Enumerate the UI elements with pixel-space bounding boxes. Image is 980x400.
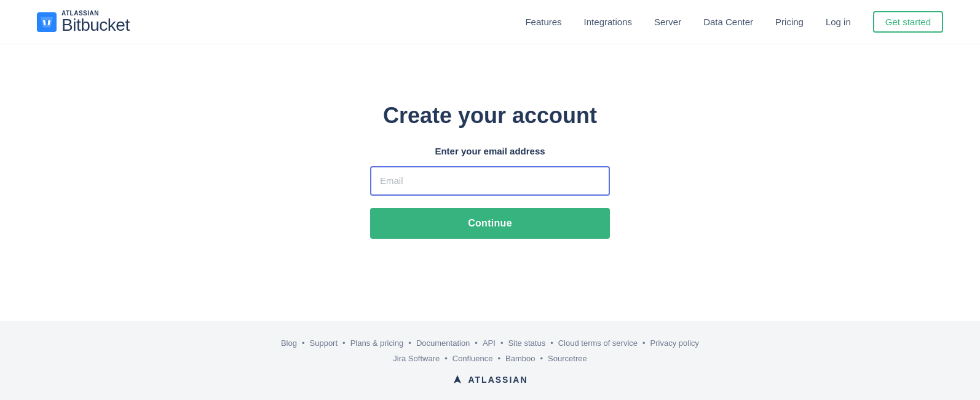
footer-dot-p1: •: [445, 354, 448, 363]
bitbucket-label: Bitbucket: [61, 17, 130, 34]
nav-pricing[interactable]: Pricing: [775, 17, 804, 27]
nav-data-center[interactable]: Data Center: [703, 17, 753, 27]
email-label: Enter your email address: [435, 146, 545, 156]
nav-log-in[interactable]: Log in: [826, 17, 851, 27]
footer-link-plans[interactable]: Plans & pricing: [350, 338, 404, 348]
logo-link[interactable]: ATLASSIAN Bitbucket: [37, 10, 130, 34]
footer-dot-6: •: [550, 338, 553, 348]
svg-marker-1: [454, 375, 461, 384]
nav-features[interactable]: Features: [525, 17, 561, 27]
footer-link-jira[interactable]: Jira Software: [393, 354, 440, 363]
bitbucket-logo-icon: [37, 12, 57, 32]
site-footer: Blog • Support • Plans & pricing • Docum…: [0, 321, 980, 400]
get-started-button[interactable]: Get started: [873, 11, 943, 33]
footer-link-blog[interactable]: Blog: [281, 338, 297, 348]
main-content: Create your account Enter your email add…: [0, 44, 980, 321]
footer-dot-5: •: [500, 338, 504, 348]
logo-text: ATLASSIAN Bitbucket: [61, 10, 130, 34]
footer-link-status[interactable]: Site status: [508, 338, 545, 348]
footer-link-sourcetree[interactable]: Sourcetree: [548, 354, 587, 363]
footer-link-api[interactable]: API: [483, 338, 496, 348]
footer-link-privacy[interactable]: Privacy policy: [650, 338, 699, 348]
footer-dot-2: •: [342, 338, 346, 348]
main-nav: Features Integrations Server Data Center…: [525, 11, 943, 33]
atlassian-brand: ATLASSIAN: [12, 374, 968, 385]
footer-link-docs[interactable]: Documentation: [416, 338, 470, 348]
footer-products-row: Jira Software • Confluence • Bamboo • So…: [12, 354, 968, 363]
footer-dot-p2: •: [498, 354, 501, 363]
footer-dot-p3: •: [540, 354, 543, 363]
continue-button[interactable]: Continue: [370, 208, 610, 239]
footer-link-confluence[interactable]: Confluence: [452, 354, 493, 363]
footer-link-terms[interactable]: Cloud terms of service: [558, 338, 638, 348]
footer-dot-7: •: [642, 338, 646, 348]
footer-dot-1: •: [302, 338, 305, 348]
footer-link-bamboo[interactable]: Bamboo: [505, 354, 535, 363]
footer-dot-3: •: [408, 338, 411, 348]
atlassian-brand-icon: [452, 374, 463, 385]
page-title: Create your account: [383, 103, 597, 129]
footer-dot-4: •: [475, 338, 478, 348]
footer-link-support[interactable]: Support: [310, 338, 338, 348]
nav-server[interactable]: Server: [654, 17, 681, 27]
footer-links-row: Blog • Support • Plans & pricing • Docum…: [12, 338, 968, 348]
email-input[interactable]: [370, 166, 610, 196]
site-header: ATLASSIAN Bitbucket Features Integration…: [0, 0, 980, 44]
nav-integrations[interactable]: Integrations: [584, 17, 632, 27]
atlassian-brand-label: ATLASSIAN: [468, 375, 528, 385]
